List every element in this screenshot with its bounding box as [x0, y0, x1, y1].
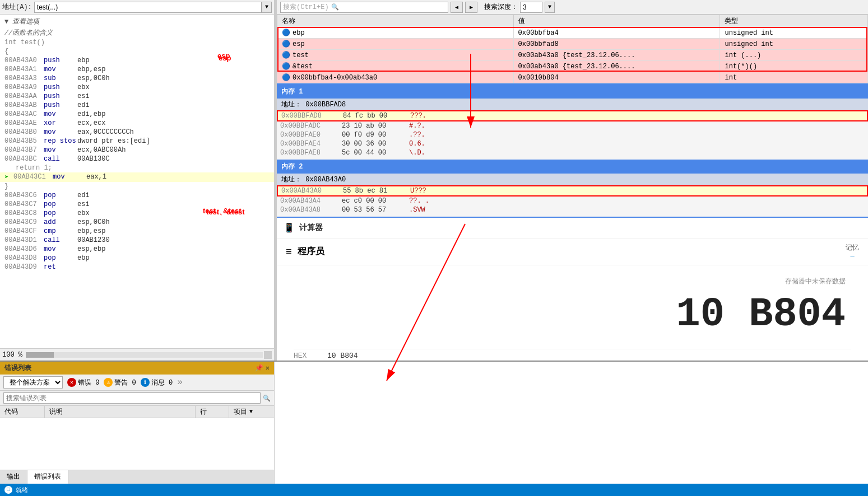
current-line: ➤ 00AB43C1 mov eax,1 — [0, 172, 274, 182]
zoom-bar: 100 % — [0, 348, 274, 361]
watch-row[interactable]: 🔵&test 0x00ab43a0 {test_23.12.06.... int… — [277, 61, 868, 72]
mem2-row-0: 0x00AB43A0 55 8b ec 81 U??? — [277, 185, 868, 196]
main-container: 地址(A): ▼ ▼ 查看选项 //函数名的含义 int test() { 00… — [0, 0, 868, 496]
code-line: 00AB43AE xor ecx,ecx — [0, 119, 274, 128]
error-panel: 错误列表 📌 ✕ 整个解决方案 ✕ 错误 0 ⚠ 警告 0 — [0, 362, 275, 484]
scroll-right-btn[interactable] — [264, 351, 272, 359]
tab-errors[interactable]: 错误列表 — [27, 470, 68, 484]
error-scope-select[interactable]: 整个解决方案 — [3, 376, 63, 389]
error-search-input[interactable] — [3, 392, 261, 404]
calc-icon: 📱 — [284, 222, 295, 233]
mem1-chars-3: 0.6. — [409, 140, 425, 148]
status-text: 就绪 — [16, 486, 28, 494]
watch-name: 🔵&test — [277, 61, 514, 72]
watch-row[interactable]: 🔵ebp 0x00bbfba4 unsigned int — [277, 27, 868, 39]
error-search-bar: 🔍 — [0, 391, 274, 406]
watch-row[interactable]: 🔵0x00bbfba4-0x00ab43a0 0x0010b804 int — [277, 72, 868, 83]
code-line: 00AB43AA push esi — [0, 92, 274, 101]
watch-row[interactable]: 🔵esp 0x00bbfad8 unsigned int — [277, 39, 868, 50]
code-line: 00AB43CF cmp ebp,esp — [0, 227, 274, 236]
col-type: 类型 — [720, 15, 868, 27]
tab-output[interactable]: 输出 — [0, 470, 27, 484]
watch-value: 0x00bbfad8 — [513, 39, 720, 50]
memory2-header[interactable]: 内存 2 — [277, 160, 868, 174]
code-line: 00AB43D9 ret — [0, 263, 274, 272]
watch-icon: 🔵 — [282, 40, 290, 48]
code-area[interactable]: ▼ 查看选项 //函数名的含义 int test() { 00AB43A0 pu… — [0, 15, 274, 348]
scroll-thumb — [26, 352, 54, 358]
col-code: 代码 — [0, 406, 45, 418]
calc-display: 存储器中未保存数据 10 B804 — [277, 265, 868, 349]
watch-row[interactable]: 🔵test 0x00ab43a0 {test_23.12.06.... int … — [277, 50, 868, 61]
watch-name: 🔵ebp — [277, 27, 514, 39]
info-badge-icon: ℹ — [141, 378, 150, 387]
code-line: 00AB43B0 mov eax,0CCCCCCCCh — [0, 128, 274, 137]
address-dropdown[interactable]: ▼ — [262, 2, 272, 13]
calc-header: 📱 计算器 — [277, 218, 868, 238]
close-icon[interactable]: ✕ — [266, 364, 270, 372]
esp-annotation: esp — [219, 54, 231, 62]
depth-dropdown[interactable]: ▼ — [545, 2, 555, 13]
calc-menu-title: 程序员 — [298, 246, 324, 258]
watch-section: 名称 值 类型 🔵ebp 0x00bbfba4 unsigned int 🔵es — [277, 15, 868, 85]
code-line: 00AB43B5 rep stos dword ptr es:[edi] — [0, 137, 274, 146]
zoom-label: 100 % — [2, 351, 22, 359]
mem1-addr-3: 0x00BBFAE4 — [280, 140, 342, 148]
code-line: 00AB43C6 pop edi — [0, 191, 274, 200]
depth-input[interactable] — [520, 2, 542, 13]
error-table-header: 代码 说明 行 项目 ▼ — [0, 406, 274, 418]
mem2-bytes-2: 00 53 56 57 — [342, 206, 409, 214]
mem1-row-0: 0x00BBFAD8 84 fc bb 00 ???. — [277, 110, 868, 121]
calc-menu-bar: ≡ 程序员 记忆 — — [277, 238, 868, 265]
line-operand: ebp — [77, 57, 90, 64]
calc-memory-dash: — — [850, 252, 854, 260]
more-options-icon[interactable]: » — [177, 377, 183, 387]
address-input[interactable] — [34, 2, 262, 13]
mem2-row-2: 0x00AB43A8 00 53 56 57 .SVW — [277, 205, 868, 214]
nav-back-btn[interactable]: ◀ — [451, 2, 463, 13]
bottom-right — [275, 362, 868, 484]
error-badge-icon: ✕ — [67, 378, 76, 387]
calc-hamburger-icon[interactable]: ≡ — [286, 246, 292, 258]
code-line: 00AB43BC call 00AB130C — [0, 155, 274, 163]
status-icon: □ — [4, 486, 12, 494]
mem2-bytes-1: ec c0 00 00 — [342, 197, 409, 205]
mem2-addr-value: 0x00AB43A0 — [305, 176, 346, 184]
mem2-addr-label: 地址： — [281, 176, 301, 184]
calc-main-display: 10 B804 — [676, 292, 846, 338]
mem1-row-1: 0x00BBFADC 23 10 ab 00 #.?. — [277, 121, 868, 130]
watch-name: 🔵test — [277, 50, 514, 61]
memory1-section: 内存 1 地址： 0x00BBFAD8 0x00BBFAD8 84 fc bb … — [277, 85, 868, 157]
code-line: 00AB43A1 mov ebp,esp — [0, 65, 274, 74]
watch-type: unsigned int — [720, 39, 868, 50]
col-name: 名称 — [277, 15, 514, 27]
memory1-header[interactable]: 内存 1 — [277, 85, 868, 99]
calc-value-hex: 10 B804 — [327, 352, 358, 360]
line-addr: 00AB43A0 — [4, 57, 44, 64]
watch-icon: 🔵 — [282, 52, 290, 59]
search-placeholder: 搜索(Ctrl+E) — [283, 2, 329, 12]
mem2-chars-2: .SVW — [409, 206, 425, 214]
mem1-row-2: 0x00BBFAE0 00 f0 d9 00 .??. — [277, 130, 868, 139]
code-line: 00AB43D1 call 00AB1230 — [0, 236, 274, 245]
left-panel: 地址(A): ▼ ▼ 查看选项 //函数名的含义 int test() { 00… — [0, 0, 275, 361]
line-mnem: push — [44, 57, 77, 64]
memory2-rows: 0x00AB43A0 55 8b ec 81 U??? 0x00AB43A4 e… — [277, 185, 868, 214]
calc-result-hex: HEX 10 B804 — [294, 349, 851, 361]
watch-icon: 🔵 — [282, 63, 290, 71]
code-addr: int test() — [4, 39, 44, 46]
mem1-chars-1: #.?. — [409, 122, 425, 130]
mem1-addr-4: 0x00BBFAE8 — [280, 149, 342, 157]
mem2-row-1: 0x00AB43A4 ec c0 00 00 ??. . — [277, 196, 868, 205]
top-area: 地址(A): ▼ ▼ 查看选项 //函数名的含义 int test() { 00… — [0, 0, 868, 361]
mem1-bytes-4: 5c 00 44 00 — [342, 149, 409, 157]
watch-table: 名称 值 类型 🔵ebp 0x00bbfba4 unsigned int 🔵es — [277, 15, 868, 83]
horizontal-scrollbar[interactable] — [26, 352, 263, 358]
code-brace-close: } — [0, 182, 274, 191]
pin-icon[interactable]: 📌 — [255, 364, 263, 372]
code-line: { — [0, 47, 274, 56]
right-scroll[interactable]: 内存 1 地址： 0x00BBFAD8 0x00BBFAD8 84 fc bb … — [277, 85, 868, 361]
code-line: 00AB43B7 mov ecx,0ABC00Ah — [0, 146, 274, 155]
mem1-chars-0: ???. — [410, 112, 426, 120]
nav-forward-btn[interactable]: ▶ — [465, 2, 477, 13]
